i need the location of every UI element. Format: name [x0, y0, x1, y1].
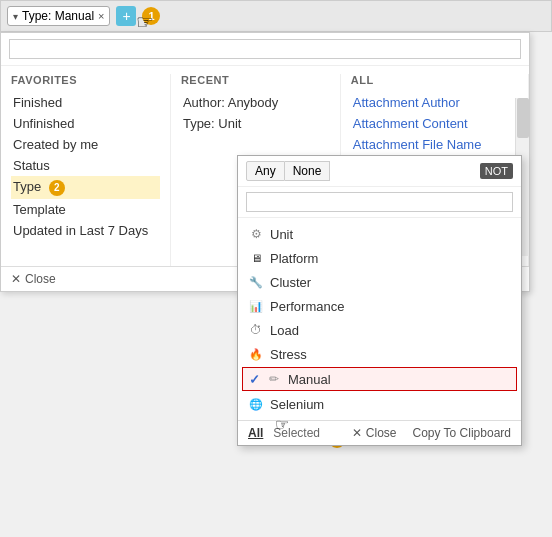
- sub-close-button[interactable]: ✕ Close: [352, 426, 397, 440]
- none-button[interactable]: None: [285, 161, 331, 181]
- all-item-attachment-author[interactable]: Attachment Author: [351, 92, 508, 113]
- fav-item-type[interactable]: Type 2: [11, 176, 160, 199]
- sub-footer-links: All Selected: [248, 426, 320, 440]
- check-icon: ✓: [249, 372, 260, 387]
- scrollbar-thumb: [517, 98, 529, 138]
- platform-icon: [248, 250, 264, 266]
- type-item-selenium[interactable]: Selenium: [238, 392, 521, 416]
- stress-label: Stress: [270, 347, 307, 362]
- sub-search-input[interactable]: [246, 192, 513, 212]
- sub-search-row: [238, 187, 521, 218]
- add-filter-button[interactable]: +: [116, 6, 136, 26]
- recent-item-type-unit[interactable]: Type: Unit: [181, 113, 330, 134]
- manual-label: Manual: [288, 372, 331, 387]
- sub-top-bar: Any None NOT: [238, 156, 521, 187]
- manual-icon: [266, 371, 282, 387]
- load-label: Load: [270, 323, 299, 338]
- fav-item-template[interactable]: Template: [11, 199, 160, 220]
- unit-icon: [248, 226, 264, 242]
- type-item-performance[interactable]: Performance: [238, 294, 521, 318]
- copy-to-clipboard-button[interactable]: Copy To Clipboard: [412, 426, 511, 440]
- close-label: Close: [25, 272, 56, 286]
- selenium-label: Selenium: [270, 397, 324, 412]
- close-x-icon: ✕: [11, 272, 21, 286]
- sub-close-x-icon: ✕: [352, 426, 362, 440]
- fav-item-status[interactable]: Status: [11, 155, 160, 176]
- all-header: ALL: [351, 74, 508, 86]
- performance-label: Performance: [270, 299, 344, 314]
- fav-item-unfinished[interactable]: Unfinished: [11, 113, 160, 134]
- filter-tag-arrow: ▾: [13, 11, 18, 22]
- type-sub-dropdown: Any None NOT Unit Platform Cluster Perfo…: [237, 155, 522, 446]
- not-badge: NOT: [480, 163, 513, 179]
- performance-icon: [248, 298, 264, 314]
- load-icon: [248, 322, 264, 338]
- type-item-stress[interactable]: Stress: [238, 342, 521, 366]
- selenium-icon: [248, 396, 264, 412]
- recent-header: RECENT: [181, 74, 330, 86]
- cluster-icon: [248, 274, 264, 290]
- main-close-button[interactable]: ✕ Close: [11, 272, 56, 286]
- sub-type-list: Unit Platform Cluster Performance Load S…: [238, 218, 521, 420]
- selected-link[interactable]: Selected: [273, 426, 320, 440]
- type-item-load[interactable]: Load: [238, 318, 521, 342]
- filter-bar: ▾ Type: Manual × + 1: [0, 0, 552, 32]
- filter-tag-close[interactable]: ×: [98, 10, 104, 22]
- any-none-group: Any None: [246, 161, 330, 181]
- cluster-label: Cluster: [270, 275, 311, 290]
- fav-item-updated[interactable]: Updated in Last 7 Days: [11, 220, 160, 241]
- filter-tag-type[interactable]: ▾ Type: Manual ×: [7, 6, 110, 26]
- type-badge: 2: [49, 180, 65, 196]
- platform-label: Platform: [270, 251, 318, 266]
- type-item-cluster[interactable]: Cluster: [238, 270, 521, 294]
- fav-item-created-by-me[interactable]: Created by me: [11, 134, 160, 155]
- all-link[interactable]: All: [248, 426, 263, 440]
- favorites-header: FAVORITES: [11, 74, 160, 86]
- filter-tag-label: Type: Manual: [22, 9, 94, 23]
- sub-footer: All Selected ✕ Close Copy To Clipboard: [238, 420, 521, 445]
- search-row: [1, 33, 529, 66]
- main-search-input[interactable]: [9, 39, 521, 59]
- any-button[interactable]: Any: [246, 161, 285, 181]
- type-item-platform[interactable]: Platform: [238, 246, 521, 270]
- type-item-manual[interactable]: ✓ Manual: [242, 367, 517, 391]
- favorites-column: FAVORITES Finished Unfinished Created by…: [1, 74, 171, 266]
- unit-label: Unit: [270, 227, 293, 242]
- all-item-attachment-filename[interactable]: Attachment File Name: [351, 134, 508, 155]
- fav-item-finished[interactable]: Finished: [11, 92, 160, 113]
- type-item-unit[interactable]: Unit: [238, 222, 521, 246]
- recent-item-author[interactable]: Author: Anybody: [181, 92, 330, 113]
- sub-close-label: Close: [366, 426, 397, 440]
- all-item-attachment-content[interactable]: Attachment Content: [351, 113, 508, 134]
- stress-icon: [248, 346, 264, 362]
- filter-badge-1: 1: [142, 7, 160, 25]
